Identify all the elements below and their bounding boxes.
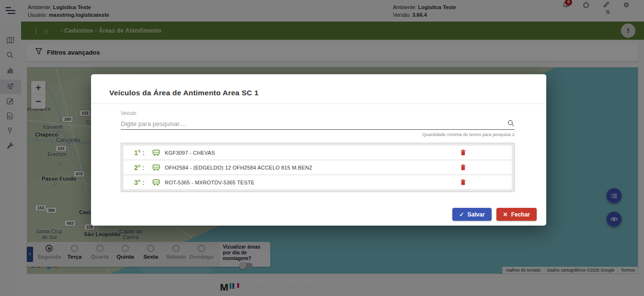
vehicle-row: 2° : OFH2584 - (EDGELDO) 12 OFH2584 ACCE… <box>124 160 512 174</box>
delete-vehicle-icon[interactable] <box>460 149 466 156</box>
vehicle-label: KGF3097 - CHEVAS <box>165 150 215 156</box>
delete-vehicle-icon[interactable] <box>460 164 466 171</box>
close-button[interactable]: ✕ Fechar <box>496 208 537 221</box>
vehicles-modal: Veículos da Área de Antimento Area SC 1 … <box>91 74 546 226</box>
vehicle-field-label: Veiculo <box>121 111 515 116</box>
save-button[interactable]: ✓ Salvar <box>452 208 491 221</box>
truck-icon <box>152 149 160 156</box>
vehicle-row: 3° : ROT-5365 - MXROTDV-5365 TESTE <box>124 175 512 189</box>
vehicle-row: 1° : KGF3097 - CHEVAS <box>124 146 512 159</box>
search-icon[interactable] <box>507 120 515 129</box>
vehicle-list: 1° : KGF3097 - CHEVAS 2° : OFH2584 - (ED… <box>121 143 515 192</box>
vehicle-label: ROT-5365 - MXROTDV-5365 TESTE <box>165 180 254 185</box>
truck-icon <box>152 164 160 171</box>
delete-vehicle-icon[interactable] <box>460 179 466 185</box>
vehicle-label: OFH2584 - (EDGELDO) 12 OFH2584 ACCELO 81… <box>165 165 312 171</box>
check-icon: ✓ <box>459 211 464 218</box>
modal-header: Veículos da Área de Antimento Area SC 1 <box>91 74 546 104</box>
truck-icon <box>152 179 160 186</box>
search-hint: Quantidade minima do termo para pesquisa… <box>121 132 515 137</box>
x-icon: ✕ <box>503 211 508 218</box>
vehicle-order: 2° : <box>134 164 151 171</box>
vehicle-order: 3° : <box>134 179 151 186</box>
modal-body: Veiculo Quantidade minima do termo para … <box>91 104 546 192</box>
vehicle-search-input[interactable] <box>121 118 515 130</box>
modal-title: Veículos da Área de Antimento Area SC 1 <box>109 89 546 97</box>
vehicle-order: 1° : <box>134 149 151 157</box>
app-screen: Ambiente: Logística Teste Usuário: maxst… <box>0 0 644 296</box>
